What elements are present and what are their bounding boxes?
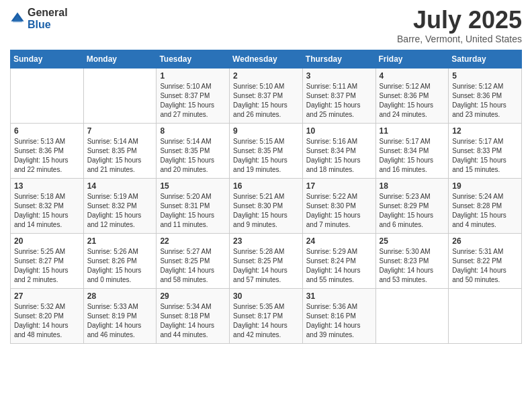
logo: General Blue — [10, 7, 68, 31]
calendar-cell: 18Sunrise: 5:23 AMSunset: 8:29 PMDayligh… — [375, 178, 449, 233]
cell-sun-info: Sunrise: 5:24 AMSunset: 8:28 PMDaylight:… — [452, 192, 518, 230]
cell-sun-info: Sunrise: 5:20 AMSunset: 8:31 PMDaylight:… — [160, 192, 226, 230]
day-number: 19 — [452, 181, 518, 191]
calendar-cell: 22Sunrise: 5:27 AMSunset: 8:25 PMDayligh… — [157, 233, 230, 288]
cell-sun-info: Sunrise: 5:36 AMSunset: 8:16 PMDaylight:… — [306, 302, 372, 340]
cell-sun-info: Sunrise: 5:26 AMSunset: 8:26 PMDaylight:… — [87, 247, 153, 285]
cell-sun-info: Sunrise: 5:25 AMSunset: 8:27 PMDaylight:… — [14, 247, 80, 285]
cell-sun-info: Sunrise: 5:33 AMSunset: 8:19 PMDaylight:… — [87, 302, 153, 340]
calendar-cell: 21Sunrise: 5:26 AMSunset: 8:26 PMDayligh… — [83, 233, 157, 288]
header-saturday: Saturday — [449, 50, 522, 68]
calendar-week-row: 6Sunrise: 5:13 AMSunset: 8:36 PMDaylight… — [11, 123, 522, 178]
calendar-cell: 31Sunrise: 5:36 AMSunset: 8:16 PMDayligh… — [302, 288, 375, 343]
calendar-cell — [11, 68, 84, 123]
month-year-title: July 2025 — [397, 7, 522, 34]
cell-sun-info: Sunrise: 5:30 AMSunset: 8:23 PMDaylight:… — [380, 247, 445, 285]
cell-sun-info: Sunrise: 5:10 AMSunset: 8:37 PMDaylight:… — [233, 82, 299, 120]
header-sunday: Sunday — [11, 50, 84, 68]
calendar-cell: 2Sunrise: 5:10 AMSunset: 8:37 PMDaylight… — [230, 68, 303, 123]
header-monday: Monday — [83, 50, 157, 68]
calendar-cell: 12Sunrise: 5:17 AMSunset: 8:33 PMDayligh… — [449, 123, 522, 178]
calendar-cell: 25Sunrise: 5:30 AMSunset: 8:23 PMDayligh… — [375, 233, 449, 288]
day-number: 21 — [87, 236, 153, 246]
day-number: 2 — [233, 71, 299, 81]
day-number: 23 — [233, 236, 299, 246]
day-number: 7 — [87, 126, 153, 136]
cell-sun-info: Sunrise: 5:22 AMSunset: 8:30 PMDaylight:… — [306, 192, 372, 230]
calendar-table: SundayMondayTuesdayWednesdayThursdayFrid… — [10, 50, 522, 344]
calendar-cell: 15Sunrise: 5:20 AMSunset: 8:31 PMDayligh… — [157, 178, 230, 233]
location-subtitle: Barre, Vermont, United States — [397, 34, 522, 44]
cell-sun-info: Sunrise: 5:12 AMSunset: 8:36 PMDaylight:… — [380, 82, 445, 120]
calendar-cell: 26Sunrise: 5:31 AMSunset: 8:22 PMDayligh… — [449, 233, 522, 288]
calendar-cell — [83, 68, 157, 123]
cell-sun-info: Sunrise: 5:10 AMSunset: 8:37 PMDaylight:… — [160, 82, 226, 120]
day-number: 22 — [160, 236, 226, 246]
day-number: 10 — [306, 126, 372, 136]
day-number: 3 — [306, 71, 372, 81]
day-number: 29 — [160, 291, 226, 301]
day-number: 28 — [87, 291, 153, 301]
cell-sun-info: Sunrise: 5:34 AMSunset: 8:18 PMDaylight:… — [160, 302, 226, 340]
day-number: 15 — [160, 181, 226, 191]
cell-sun-info: Sunrise: 5:12 AMSunset: 8:36 PMDaylight:… — [452, 82, 518, 120]
calendar-cell: 17Sunrise: 5:22 AMSunset: 8:30 PMDayligh… — [302, 178, 375, 233]
page-header: General Blue July 2025 Barre, Vermont, U… — [10, 7, 522, 44]
calendar-cell: 19Sunrise: 5:24 AMSunset: 8:28 PMDayligh… — [449, 178, 522, 233]
day-number: 25 — [380, 236, 445, 246]
day-number: 26 — [452, 236, 518, 246]
day-number: 20 — [14, 236, 80, 246]
cell-sun-info: Sunrise: 5:19 AMSunset: 8:32 PMDaylight:… — [87, 192, 153, 230]
calendar-week-row: 13Sunrise: 5:18 AMSunset: 8:32 PMDayligh… — [11, 178, 522, 233]
calendar-cell: 27Sunrise: 5:32 AMSunset: 8:20 PMDayligh… — [11, 288, 84, 343]
calendar-week-row: 20Sunrise: 5:25 AMSunset: 8:27 PMDayligh… — [11, 233, 522, 288]
calendar-cell — [375, 288, 449, 343]
cell-sun-info: Sunrise: 5:32 AMSunset: 8:20 PMDaylight:… — [14, 302, 80, 340]
calendar-cell: 30Sunrise: 5:35 AMSunset: 8:17 PMDayligh… — [230, 288, 303, 343]
cell-sun-info: Sunrise: 5:15 AMSunset: 8:35 PMDaylight:… — [233, 137, 299, 175]
day-number: 12 — [452, 126, 518, 136]
cell-sun-info: Sunrise: 5:13 AMSunset: 8:36 PMDaylight:… — [14, 137, 80, 175]
header-thursday: Thursday — [302, 50, 375, 68]
cell-sun-info: Sunrise: 5:14 AMSunset: 8:35 PMDaylight:… — [160, 137, 226, 175]
cell-sun-info: Sunrise: 5:17 AMSunset: 8:33 PMDaylight:… — [452, 137, 518, 175]
cell-sun-info: Sunrise: 5:21 AMSunset: 8:30 PMDaylight:… — [233, 192, 299, 230]
day-number: 8 — [160, 126, 226, 136]
calendar-cell: 11Sunrise: 5:17 AMSunset: 8:34 PMDayligh… — [375, 123, 449, 178]
day-number: 14 — [87, 181, 153, 191]
day-number: 11 — [380, 126, 445, 136]
calendar-cell: 29Sunrise: 5:34 AMSunset: 8:18 PMDayligh… — [157, 288, 230, 343]
calendar-cell: 8Sunrise: 5:14 AMSunset: 8:35 PMDaylight… — [157, 123, 230, 178]
calendar-cell: 13Sunrise: 5:18 AMSunset: 8:32 PMDayligh… — [11, 178, 84, 233]
header-friday: Friday — [375, 50, 449, 68]
calendar-cell: 5Sunrise: 5:12 AMSunset: 8:36 PMDaylight… — [449, 68, 522, 123]
cell-sun-info: Sunrise: 5:23 AMSunset: 8:29 PMDaylight:… — [380, 192, 445, 230]
cell-sun-info: Sunrise: 5:29 AMSunset: 8:24 PMDaylight:… — [306, 247, 372, 285]
cell-sun-info: Sunrise: 5:28 AMSunset: 8:25 PMDaylight:… — [233, 247, 299, 285]
header-tuesday: Tuesday — [157, 50, 230, 68]
cell-sun-info: Sunrise: 5:16 AMSunset: 8:34 PMDaylight:… — [306, 137, 372, 175]
day-number: 24 — [306, 236, 372, 246]
calendar-cell: 9Sunrise: 5:15 AMSunset: 8:35 PMDaylight… — [230, 123, 303, 178]
cell-sun-info: Sunrise: 5:14 AMSunset: 8:35 PMDaylight:… — [87, 137, 153, 175]
day-number: 30 — [233, 291, 299, 301]
day-number: 18 — [380, 181, 445, 191]
calendar-cell: 23Sunrise: 5:28 AMSunset: 8:25 PMDayligh… — [230, 233, 303, 288]
calendar-cell: 20Sunrise: 5:25 AMSunset: 8:27 PMDayligh… — [11, 233, 84, 288]
cell-sun-info: Sunrise: 5:35 AMSunset: 8:17 PMDaylight:… — [233, 302, 299, 340]
day-number: 1 — [160, 71, 226, 81]
calendar-week-row: 1Sunrise: 5:10 AMSunset: 8:37 PMDaylight… — [11, 68, 522, 123]
calendar-cell: 1Sunrise: 5:10 AMSunset: 8:37 PMDaylight… — [157, 68, 230, 123]
calendar-header-row: SundayMondayTuesdayWednesdayThursdayFrid… — [11, 50, 522, 68]
logo-icon — [10, 11, 25, 26]
calendar-cell: 28Sunrise: 5:33 AMSunset: 8:19 PMDayligh… — [83, 288, 157, 343]
calendar-cell: 6Sunrise: 5:13 AMSunset: 8:36 PMDaylight… — [11, 123, 84, 178]
header-wednesday: Wednesday — [230, 50, 303, 68]
day-number: 9 — [233, 126, 299, 136]
calendar-cell — [449, 288, 522, 343]
calendar-cell: 16Sunrise: 5:21 AMSunset: 8:30 PMDayligh… — [230, 178, 303, 233]
title-block: July 2025 Barre, Vermont, United States — [397, 7, 522, 44]
cell-sun-info: Sunrise: 5:27 AMSunset: 8:25 PMDaylight:… — [160, 247, 226, 285]
calendar-cell: 14Sunrise: 5:19 AMSunset: 8:32 PMDayligh… — [83, 178, 157, 233]
calendar-cell: 10Sunrise: 5:16 AMSunset: 8:34 PMDayligh… — [302, 123, 375, 178]
